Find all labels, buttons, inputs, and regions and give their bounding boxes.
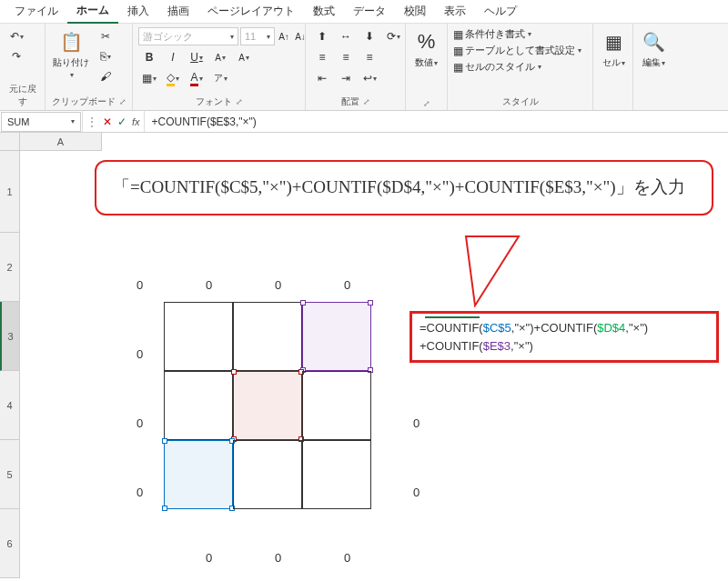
enter-formula-button[interactable]: ✓ [117,115,126,128]
cell-d5 [233,440,302,509]
redo-button[interactable]: ↷ [5,47,27,65]
paste-button[interactable]: 📋 貼り付け▾ [51,27,91,81]
tab-view[interactable]: 表示 [435,0,475,23]
align-left-button[interactable]: ≡ [311,48,333,66]
table-icon: ▦ [453,45,463,57]
tab-draw[interactable]: 描画 [158,0,198,23]
tab-home[interactable]: ホーム [67,0,118,24]
cell-style-icon: ▦ [453,61,463,74]
border-button[interactable]: ▦▾ [138,69,160,87]
editing-icon: 🔍 [641,29,666,55]
cut-button[interactable]: ✂ [95,27,116,45]
editing-button[interactable]: 🔍 編集▾ [639,27,668,71]
name-box[interactable]: SUM▾ [1,112,81,132]
col-header-A[interactable]: A [20,133,102,151]
group-undo-label: 元に戻す [5,81,39,108]
tab-data[interactable]: データ [344,0,395,23]
row-header-5[interactable]: 5 [0,440,20,509]
cell-b4: 0 [136,416,143,430]
font-name-select[interactable]: 游ゴシック▾ [138,27,238,45]
namebox-dropdown[interactable]: ⋮ [86,115,97,128]
cell-e5 [302,440,371,509]
formula-input[interactable]: +COUNTIF($E$3,"×") [145,115,728,128]
menu-bar: ファイル ホーム 挿入 描画 ページレイアウト 数式 データ 校閲 表示 ヘルプ [0,0,728,24]
cell-f5: 0 [413,486,420,499]
paste-icon: 📋 [58,29,84,55]
cell-d2: 0 [275,278,281,292]
select-all-corner[interactable] [0,133,20,151]
callout-tail-icon [464,235,537,307]
underline-button[interactable]: U▾ [186,48,207,66]
cell-c6: 0 [206,551,212,565]
edit-part-1e: ,"×") [625,321,648,335]
orientation-button[interactable]: ⟳▾ [382,27,404,45]
align-center-button[interactable]: ≡ [335,48,357,66]
align-middle-button[interactable]: ↔ [335,27,357,45]
percent-icon: % [414,29,440,55]
tab-formulas[interactable]: 数式 [304,0,344,23]
cells-icon: ▦ [601,29,626,55]
group-font-label: フォント [196,95,232,108]
align-bottom-button[interactable]: ⬇ [359,27,380,45]
ruby-button[interactable]: A▾ [209,48,231,66]
format-painter-button[interactable]: 🖌 [95,67,116,85]
cell-e6: 0 [344,551,350,565]
font-launcher[interactable]: ⤢ [236,97,243,106]
font-color-button[interactable]: A▾ [186,69,207,87]
row-header-1[interactable]: 1 [0,151,20,233]
svg-marker-0 [466,236,519,306]
cell-d6: 0 [275,551,281,565]
edit-part-2c: ,"×") [511,339,533,353]
wrap-text-button[interactable]: ↩▾ [359,69,380,87]
group-align-label: 配置 [341,95,359,108]
edit-ref-c5: $C$5 [483,321,511,335]
align-launcher[interactable]: ⤢ [363,97,370,106]
format-as-table-button[interactable]: ▦テーブルとして書式設定▾ [453,44,581,57]
italic-button[interactable]: I [162,48,184,66]
conditional-format-button[interactable]: ▦条件付き書式▾ [453,27,531,41]
increase-indent-button[interactable]: ⇥ [335,69,357,87]
instruction-callout: 「=COUNTIF($C$5,"×")+COUNTIF($D$4,"×")+CO… [95,160,713,215]
font-size-select[interactable]: 11▾ [240,27,275,45]
formula-edit-cell[interactable]: =COUNTIF($C$5,"×")+COUNTIF($D$4,"×") +CO… [410,311,719,363]
cell-e3-highlight [302,302,371,371]
cond-format-icon: ▦ [453,28,463,41]
fx-button[interactable]: fx [132,116,140,127]
row-header-3[interactable]: 3 [0,302,20,371]
cell-f4: 0 [413,416,420,430]
group-styles-label: スタイル [453,94,587,108]
undo-button[interactable]: ↶▾ [5,27,27,45]
clipboard-launcher[interactable]: ⤢ [119,97,126,106]
number-format-button[interactable]: % 数値▾ [411,27,441,71]
group-clipboard-label: クリップボード [52,95,116,108]
copy-button[interactable]: ⎘▾ [95,47,116,65]
cells-button[interactable]: ▦ セル▾ [599,27,628,71]
edit-part-1c: ,"×")+COUNTIF( [511,321,597,335]
increase-font-button[interactable]: A↑ [277,27,291,45]
row-header-6[interactable]: 6 [0,509,20,578]
ruby2-button[interactable]: A▾ [233,48,255,66]
cancel-formula-button[interactable]: ✕ [103,115,112,128]
worksheet[interactable]: A 1 2 3 4 5 6 0 0 0 0 0 0 0 0 0 0 0 0 「=… [0,133,728,581]
tab-pagelayout[interactable]: ページレイアウト [198,0,304,23]
tab-help[interactable]: ヘルプ [475,0,526,23]
cell-e2: 0 [344,278,350,292]
phonetic-button[interactable]: ア▾ [209,69,231,87]
ribbon: ↶▾ ↷ 元に戻す 📋 貼り付け▾ ✂ ⎘▾ 🖌 クリップボード⤢ 游ゴシック▾… [0,24,728,111]
cell-c3 [164,302,233,371]
row-header-2[interactable]: 2 [0,233,20,302]
tab-file[interactable]: ファイル [5,0,67,23]
tab-insert[interactable]: 挿入 [118,0,158,23]
formula-bar: SUM▾ ⋮ ✕ ✓ fx +COUNTIF($E$3,"×") [0,111,728,133]
number-launcher[interactable]: ⤢ [423,99,430,108]
edit-part-1a: =COUNTIF( [420,321,483,335]
fill-color-button[interactable]: ◇▾ [162,69,184,87]
bold-button[interactable]: B [138,48,160,66]
tab-review[interactable]: 校閲 [395,0,435,23]
row-header-4[interactable]: 4 [0,371,20,440]
cell-d3 [233,302,302,371]
cell-styles-button[interactable]: ▦セルのスタイル▾ [453,60,541,74]
align-right-button[interactable]: ≡ [359,48,380,66]
decrease-indent-button[interactable]: ⇤ [311,69,333,87]
align-top-button[interactable]: ⬆ [311,27,333,45]
